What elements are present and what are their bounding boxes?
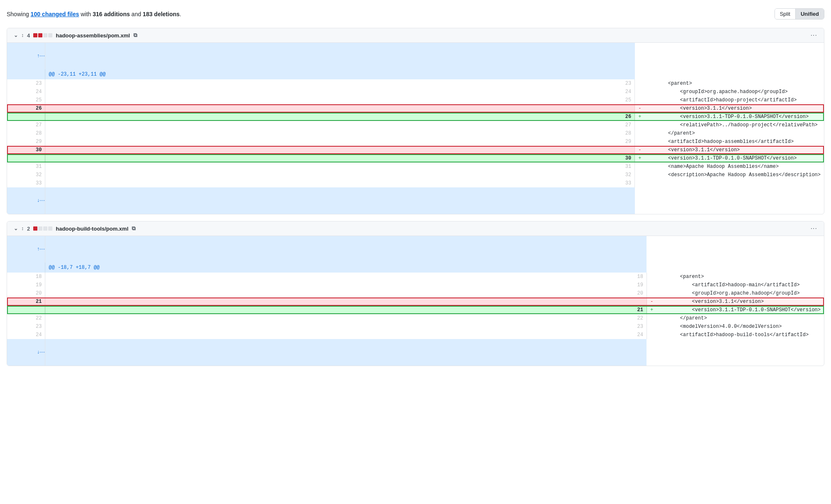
line-code: <artifactId>hadoop-main</artifactId> [647, 281, 824, 289]
line-num-new: 23 [45, 322, 647, 331]
line-num-new: 27 [45, 121, 635, 129]
expand-arrows-icon-1: ↕ [21, 32, 24, 38]
expand-up-button-1[interactable]: ↑···· [37, 53, 45, 59]
table-row: 18 18 <parent> [7, 273, 824, 281]
collapse-chevron-1[interactable]: ⌄ [14, 32, 18, 38]
hunk-expand-top-2: ↑···· [7, 236, 824, 263]
sign: + [638, 113, 644, 121]
line-code: - <version>3.1.1</version> [635, 146, 824, 154]
line-num-old: 32 [7, 171, 45, 179]
hunk-line-num [7, 69, 45, 79]
expand-up-button-2[interactable]: ↑···· [37, 246, 45, 252]
pill-1-3 [43, 33, 47, 37]
diff-file-header-right-2: ··· [811, 225, 817, 232]
sign [638, 96, 644, 104]
line-num-old: 24 [7, 88, 45, 96]
diff-file-2: ⌄ ↕ 2 hadoop-build-tools/pom.xml ⧉ ··· [7, 221, 824, 366]
line-num-new: 25 [45, 96, 635, 104]
summary-prefix: Showing [7, 11, 31, 17]
table-row: 21 + <version>3.1.1-TDP-0.1.0-SNAPSHOT</… [7, 306, 824, 314]
table-row: 32 32 <description>Apache Hadoop Assembl… [7, 171, 824, 179]
line-num-old: 29 [7, 138, 45, 146]
line-num-old: 21 [7, 297, 45, 306]
sign [650, 331, 656, 339]
expand-hunk-cell-bottom-2 [45, 339, 647, 366]
line-num-old: 27 [7, 121, 45, 129]
line-code: </parent> [635, 129, 824, 138]
diff-file-1: ⌄ ↕ 4 hadoop-assemblies/pom.xml ⧉ ··· [7, 28, 824, 214]
line-code: <groupId>org.apache.hadoop</groupId> [635, 88, 824, 96]
table-row: 26 - <version>3.1.1</version> [7, 104, 824, 113]
deletions-count: 183 deletions [143, 11, 180, 17]
line-num-old: 22 [7, 314, 45, 322]
sign [638, 138, 644, 146]
expand-down-button-1[interactable]: ↓···· [37, 197, 45, 203]
line-code: <modelVersion>4.0.0</modelVersion> [647, 322, 824, 331]
additions-count: 316 additions [93, 11, 130, 17]
sign: - [650, 297, 656, 306]
line-num-old: 19 [7, 281, 45, 289]
summary-and: and [130, 11, 143, 17]
diff-file-header-right-1: ··· [811, 32, 817, 39]
line-num-new: 19 [45, 281, 647, 289]
line-num-old: 31 [7, 162, 45, 171]
sign: + [650, 306, 656, 314]
line-num-old: 30 [7, 146, 45, 154]
sign [638, 129, 644, 138]
diff-pills-1 [33, 33, 52, 37]
line-code: + <version>3.1.1-TDP-0.1.0-SNAPSHOT</ver… [635, 154, 824, 162]
line-code: <parent> [635, 79, 824, 88]
line-num-new [45, 104, 635, 113]
table-row: 19 19 <artifactId>hadoop-main</artifactI… [7, 281, 824, 289]
changed-files-link[interactable]: 100 changed files [31, 11, 79, 17]
line-code: <parent> [647, 273, 824, 281]
line-num-new: 32 [45, 171, 635, 179]
table-row: 22 22 </parent> [7, 314, 824, 322]
line-num-new: 21 [45, 306, 647, 314]
diff-file-header-left-2: ⌄ ↕ 2 hadoop-build-tools/pom.xml ⧉ [14, 225, 135, 232]
copy-icon-1[interactable]: ⧉ [133, 32, 137, 39]
table-row: 29 29 <artifactId>hadoop-assemblies</art… [7, 138, 824, 146]
sign: - [638, 104, 644, 113]
sign [638, 121, 644, 129]
summary-bar: Showing 100 changed files with 316 addit… [7, 7, 824, 21]
line-code: <artifactId>hadoop-build-tools</artifact… [647, 331, 824, 339]
sign [650, 289, 656, 297]
unified-view-button[interactable]: Unified [796, 9, 824, 19]
hunk-line-num-2 [7, 263, 45, 273]
expand-arrows-icon-2: ↕ [21, 226, 24, 231]
copy-icon-2[interactable]: ⧉ [132, 225, 135, 232]
pill-1-2 [38, 33, 42, 37]
diff-file-header-left-1: ⌄ ↕ 4 hadoop-assemblies/pom.xml ⧉ [14, 32, 137, 39]
line-num-new: 33 [45, 179, 635, 187]
line-num-old: 26 [7, 104, 45, 113]
line-code: </parent> [647, 314, 824, 322]
line-code: <artifactId>hadoop-assemblies</artifactI… [635, 138, 824, 146]
sign [650, 314, 656, 322]
line-code: - <version>3.1.1</version> [647, 297, 824, 306]
file-options-1[interactable]: ··· [811, 32, 817, 39]
line-code: <relativePath>../hadoop-project</relativ… [635, 121, 824, 129]
line-num-old: 24 [7, 331, 45, 339]
hunk-header-code-1: @@ -23,11 +23,11 @@ [45, 69, 635, 79]
line-code: <name>Apache Hadoop Assemblies</name> [635, 162, 824, 171]
line-num-old [7, 306, 45, 314]
line-num-new: 30 [45, 154, 635, 162]
table-row: 20 20 <groupId>org.apache.hadoop</groupI… [7, 289, 824, 297]
expand-hunk-cell-2 [45, 236, 647, 263]
table-row: 21 - <version>3.1.1</version> [7, 297, 824, 306]
expand-line-num-2: ↑···· [7, 236, 45, 263]
expand-line-num-bottom: ↓···· [7, 187, 45, 214]
split-view-button[interactable]: Split [775, 9, 796, 19]
line-num-new [45, 146, 635, 154]
view-toggle: Split Unified [774, 8, 824, 20]
collapse-chevron-2[interactable]: ⌄ [14, 226, 18, 231]
table-row: 25 25 <artifactId>hadoop-project</artifa… [7, 96, 824, 104]
sign [650, 273, 656, 281]
expand-down-button-2[interactable]: ↓···· [37, 349, 45, 355]
line-num-new: 22 [45, 314, 647, 322]
file-options-2[interactable]: ··· [811, 225, 817, 232]
line-num-new: 26 [45, 113, 635, 121]
line-num-old: 23 [7, 322, 45, 331]
pill-1-1 [33, 33, 37, 37]
